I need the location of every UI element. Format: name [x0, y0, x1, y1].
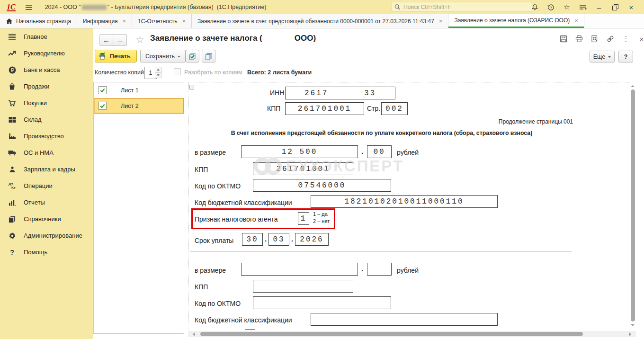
sheet-checkbox[interactable]	[98, 86, 107, 94]
shopping-cart-icon	[8, 99, 17, 107]
tab-close-icon[interactable]: ×	[123, 18, 126, 25]
b2-amount-kop-box	[367, 263, 392, 276]
more-kebab-icon[interactable]: ⋮	[622, 35, 630, 43]
total-sheets-label: Всего: 2 листа бумаги	[247, 69, 312, 76]
page-title: Заявление о зачете налога (ООО)	[150, 34, 316, 43]
page-number-box: 002	[381, 102, 408, 115]
b2-kpp-label: КПП	[195, 283, 208, 291]
sidebar-item-bank-i-kassa[interactable]: Банк и касса	[0, 62, 93, 78]
print-button[interactable]: Печать	[95, 50, 137, 62]
favorite-star-icon[interactable]: ☆	[135, 34, 144, 45]
b1-currency-label: рублей	[397, 149, 419, 156]
continuation-text: Продолжение страницы 001	[499, 118, 573, 125]
home-icon	[6, 18, 13, 24]
date-separator: .	[265, 235, 267, 243]
sidebar-item-proizvodstvo[interactable]: Производство	[0, 128, 93, 144]
window-title: 2024 - ООО "" - Бухгалтерия предприятия …	[45, 4, 267, 10]
sheet-row-1[interactable]: Лист 1	[94, 82, 184, 98]
b2-oktmo-value-box	[253, 296, 391, 309]
close-form-icon[interactable]: ×	[637, 35, 644, 43]
b2-amount-label: в размере	[195, 267, 226, 274]
tab-close-icon[interactable]: ×	[574, 17, 578, 24]
shopping-bag-icon	[8, 82, 17, 90]
scroll-up-arrow[interactable]	[631, 83, 635, 87]
back-button[interactable]: ←	[99, 34, 113, 46]
tab-close-icon[interactable]: ×	[182, 18, 186, 25]
factory-icon	[8, 132, 17, 140]
main-menu-icon[interactable]	[25, 4, 33, 10]
more-button[interactable]: Еще	[590, 51, 615, 62]
printer-check-icon	[99, 53, 107, 60]
favorites-star-icon[interactable]: ☆	[559, 0, 575, 14]
1c-logo: 1С	[7, 3, 16, 11]
sidebar-item-spravochniki[interactable]: Справочники	[0, 211, 93, 227]
horizontal-scroll-thumb[interactable]	[200, 332, 583, 336]
sheet-checkbox[interactable]	[98, 102, 107, 110]
sidebar-item-pokupki[interactable]: Покупки	[0, 95, 93, 111]
forward-button[interactable]: →	[113, 34, 127, 46]
dt-kt-icon: ДтКт	[8, 182, 17, 190]
vertical-scroll-thumb[interactable]	[631, 89, 635, 321]
horizontal-scrollbar[interactable]	[188, 331, 636, 337]
minimize-button[interactable]: –	[591, 0, 607, 14]
tab-informatsiya[interactable]: Информация ×	[77, 14, 132, 28]
close-window-button[interactable]: ×	[623, 0, 639, 14]
notifications-bell-icon[interactable]	[527, 0, 543, 14]
toggle-sheets-selection-button[interactable]	[202, 50, 215, 62]
due-year-box: 2026	[295, 233, 329, 246]
sidebar-item-pomosch[interactable]: ? Помощь	[0, 244, 93, 260]
page-number-label: Стр.	[367, 105, 380, 112]
sidebar-item-administrirovanie[interactable]: Администрирование	[0, 227, 93, 244]
functions-menu-icon[interactable]	[575, 0, 591, 14]
scroll-left-arrow[interactable]	[191, 332, 195, 336]
agent-label: Признак налогового агента	[195, 215, 278, 223]
sidebar-item-prodazhi[interactable]: Продажи	[0, 78, 93, 95]
search-input[interactable]	[402, 3, 529, 11]
tab-zayavlenie-print-active[interactable]: Заявление о зачете налога (ОЗАРИС ООО) ×	[448, 14, 584, 28]
sidebar-item-sklad[interactable]: Склад	[0, 111, 93, 128]
sheet-row-2-selected[interactable]: Лист 2	[94, 98, 184, 114]
vertical-scrollbar[interactable]	[630, 82, 636, 330]
history-icon[interactable]	[543, 0, 559, 14]
sidebar: Главное Руководителю Банк и касса Продаж…	[0, 28, 93, 339]
print-icon[interactable]	[575, 35, 583, 43]
print-preview: ИНН 2617 33 КПП 261701001 Стр. 002 Продо…	[188, 82, 630, 330]
agent-hint-no: 2 – нет	[313, 218, 330, 224]
b1-oktmo-value-box: 07546000	[253, 179, 391, 192]
stepper-down-button[interactable]	[155, 73, 161, 79]
b2-oktmo-label: Код по ОКТМО	[195, 300, 241, 307]
b2-amount-rub-box	[241, 263, 358, 276]
restore-button[interactable]	[607, 0, 623, 14]
sidebar-item-rukovoditelyu[interactable]: Руководителю	[0, 45, 93, 62]
sidebar-item-zarplata-i-kadry[interactable]: Зарплата и кадры	[0, 161, 93, 178]
tab-zayavlenie-document[interactable]: Заявление о зачете в счет предстоящей об…	[192, 14, 448, 28]
scroll-right-arrow[interactable]	[629, 332, 633, 336]
pages-check-icon	[188, 53, 197, 60]
dropdown-caret-icon	[178, 56, 180, 59]
select-all-sheets-button[interactable]	[186, 50, 199, 62]
sidebar-item-operatsii[interactable]: ДтКт Операции	[0, 178, 93, 194]
tab-1c-otchetnost[interactable]: 1С-Отчетность ×	[132, 14, 192, 28]
b1-kpp-value-box: 261701001	[253, 162, 353, 175]
window-titlebar: 1С 2024 - ООО "" - Бухгалтерия предприят…	[0, 0, 644, 14]
sidebar-item-glavnoe[interactable]: Главное	[0, 28, 93, 45]
tab-home[interactable]: Начальная страница	[0, 14, 77, 28]
b1-amount-rub-box: 12 500	[241, 145, 358, 158]
b2-currency-label: рублей	[397, 267, 419, 274]
preview-icon[interactable]	[590, 35, 599, 43]
section-divider	[190, 251, 572, 251]
save-dropdown-button[interactable]: Сохранить	[140, 50, 186, 62]
sidebar-item-os-i-nma[interactable]: ОС и НМА	[0, 144, 93, 161]
help-button[interactable]: ?	[618, 51, 633, 62]
truck-icon	[8, 149, 17, 157]
stepper-up-button[interactable]	[155, 67, 161, 73]
pages-icon	[205, 53, 213, 60]
tab-close-icon[interactable]: ×	[439, 18, 443, 25]
scroll-down-arrow[interactable]	[631, 324, 635, 328]
application-window: 1С 2024 - ООО "" - Бухгалтерия предприят…	[0, 0, 644, 339]
sidebar-item-otchety[interactable]: Отчеты	[0, 194, 93, 211]
next-field-partial-box	[245, 329, 255, 330]
search-box[interactable]	[391, 2, 532, 12]
save-icon[interactable]	[559, 35, 568, 43]
link-icon[interactable]	[606, 35, 615, 43]
